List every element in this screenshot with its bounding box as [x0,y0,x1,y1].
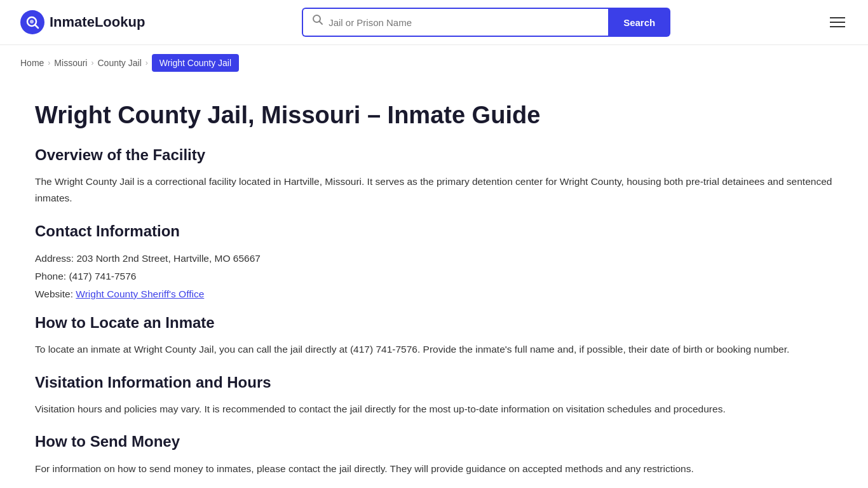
section-overview: Overview of the Facility The Wright Coun… [35,143,833,207]
address-label: Address: [35,253,74,264]
svg-line-4 [320,22,323,25]
section-text-locate: To locate an inmate at Wright County Jai… [35,341,833,358]
search-input[interactable] [329,17,599,28]
main-content: Wright County Jail, Missouri – Inmate Gu… [15,81,853,488]
section-heading-contact: Contact Information [35,219,833,243]
hamburger-line-2 [830,22,845,23]
section-text-visitation: Visitation hours and policies may vary. … [35,401,833,417]
breadcrumb-current: Wright County Jail [152,54,239,72]
breadcrumb-chevron-3: › [146,57,148,69]
header: InmateLookup Search [0,0,868,45]
breadcrumb: Home › Missouri › County Jail › Wright C… [0,45,868,81]
logo-text: InmateLookup [50,11,145,33]
section-text-money: For information on how to send money to … [35,461,833,477]
phone-label: Phone: [35,271,66,281]
section-heading-locate: How to Locate an Inmate [35,311,833,335]
search-area: Search [302,8,670,37]
address-value: 203 North 2nd Street, Hartville, MO 6566… [76,253,260,264]
svg-point-2 [30,20,34,24]
section-visitation: Visitation Information and Hours Visitat… [35,370,833,417]
website-link[interactable]: Wright County Sheriff's Office [76,288,204,299]
contact-phone: Phone: (417) 741-7576 [35,268,833,285]
search-icon [312,14,323,30]
breadcrumb-type[interactable]: County Jail [97,56,141,70]
phone-value: (417) 741-7576 [69,271,136,281]
hamburger-line-3 [830,26,845,27]
section-money: How to Send Money For information on how… [35,430,833,477]
page-title: Wright County Jail, Missouri – Inmate Gu… [35,101,833,130]
section-contact: Contact Information Address: 203 North 2… [35,219,833,303]
section-text-overview: The Wright County Jail is a correctional… [35,173,833,206]
hamburger-line-1 [830,17,845,18]
section-locate: How to Locate an Inmate To locate an inm… [35,311,833,358]
search-button[interactable]: Search [608,8,670,37]
breadcrumb-home[interactable]: Home [20,56,44,70]
hamburger-menu[interactable] [827,15,848,30]
logo-link[interactable]: InmateLookup [20,10,145,34]
contact-block: Address: 203 North 2nd Street, Hartville… [35,250,833,303]
contact-website: Website: Wright County Sheriff's Office [35,285,833,303]
section-heading-money: How to Send Money [35,430,833,454]
breadcrumb-chevron-1: › [48,57,50,69]
search-input-wrapper [302,8,608,37]
contact-address: Address: 203 North 2nd Street, Hartville… [35,250,833,268]
logo-icon [20,10,44,34]
website-label: Website: [35,288,73,299]
section-heading-overview: Overview of the Facility [35,143,833,167]
svg-line-1 [35,25,38,28]
section-heading-visitation: Visitation Information and Hours [35,370,833,395]
breadcrumb-state[interactable]: Missouri [54,56,87,70]
breadcrumb-chevron-2: › [91,57,93,69]
